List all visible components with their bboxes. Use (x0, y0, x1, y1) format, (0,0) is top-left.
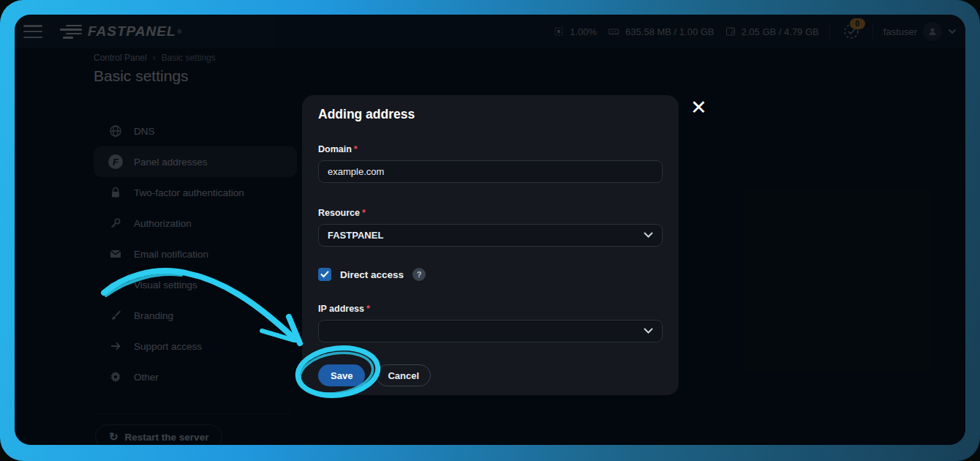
domain-label: Domain* (318, 144, 663, 154)
required-asterisk: * (362, 208, 366, 218)
chevron-down-icon (644, 232, 653, 239)
modal-actions: Save Cancel (318, 364, 663, 386)
adding-address-modal: Adding address Domain* Resource* FASTPAN… (302, 95, 679, 395)
domain-label-text: Domain (318, 144, 352, 154)
resource-label-text: Resource (318, 208, 360, 218)
direct-access-checkbox[interactable] (318, 268, 331, 281)
ip-address-label: IP address* (318, 304, 663, 314)
save-button[interactable]: Save (318, 364, 365, 386)
ip-address-label-text: IP address (318, 304, 364, 314)
help-icon[interactable]: ? (412, 268, 426, 281)
resource-select[interactable]: FASTPANEL (318, 224, 663, 247)
fastpanel-app: FASTPANEL ® 1.00% (15, 15, 965, 445)
domain-input[interactable] (318, 160, 663, 183)
screenshot-frame: FASTPANEL ® 1.00% (0, 0, 980, 461)
check-icon (320, 271, 329, 278)
close-icon[interactable]: ✕ (690, 98, 707, 118)
modal-title: Adding address (318, 107, 663, 122)
resource-selected-value: FASTPANEL (328, 230, 383, 241)
direct-access-label: Direct access (340, 269, 404, 280)
resource-label: Resource* (318, 208, 663, 218)
required-asterisk: * (354, 144, 358, 154)
direct-access-row: Direct access ? (318, 267, 663, 282)
chevron-down-icon (644, 328, 653, 334)
ip-address-select[interactable] (318, 320, 663, 342)
cancel-button[interactable]: Cancel (376, 364, 431, 386)
required-asterisk: * (366, 304, 370, 314)
